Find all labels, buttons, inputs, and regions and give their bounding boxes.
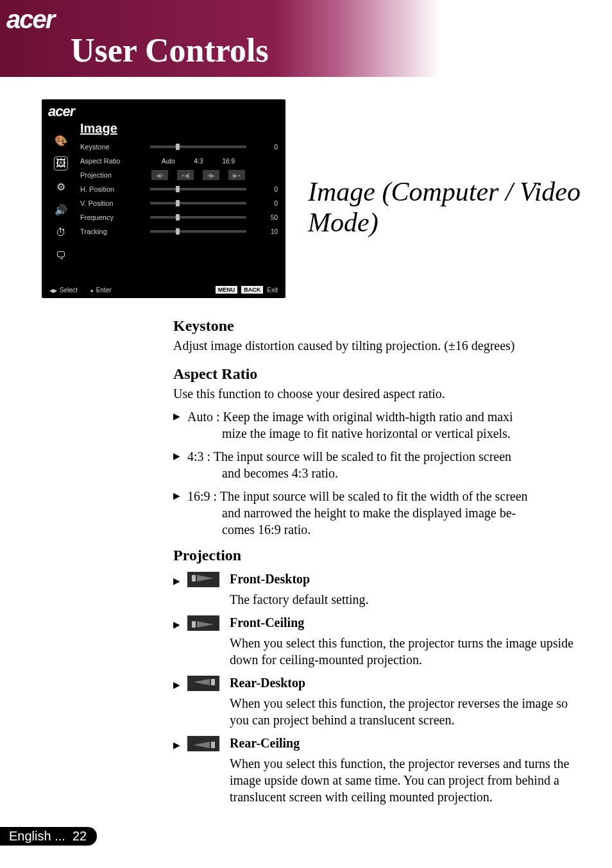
osd-freq-label: Frequency xyxy=(80,213,138,221)
svg-marker-7 xyxy=(193,742,210,748)
aspect-text: Use this function to choose your desired… xyxy=(173,385,584,402)
svg-rect-4 xyxy=(211,679,215,685)
osd-aspect-169: 16:9 xyxy=(223,158,235,165)
osd-hpos-value: 0 xyxy=(259,186,278,193)
footer-lang: English ... xyxy=(9,829,65,843)
proj-fd-icon: ◀▪ xyxy=(151,170,168,180)
rear-desktop-desc: When you select this function, the proje… xyxy=(230,695,584,728)
color-icon: 🎨 xyxy=(55,134,67,147)
front-ceiling-icon xyxy=(187,615,219,631)
osd-aspect-auto: Auto xyxy=(162,158,175,165)
osd-freq-value: 50 xyxy=(259,214,278,221)
proj-rc-icon: ▶▪ xyxy=(228,170,245,180)
header-bar: acer User Controls xyxy=(0,0,612,77)
page-title: User Controls xyxy=(6,31,612,69)
brand-logo: acer xyxy=(6,5,612,34)
bullet-icon: ▶ xyxy=(173,408,187,442)
rear-ceiling-icon xyxy=(187,736,219,751)
aspect-169-l1: 16:9 : The input source will be scaled t… xyxy=(187,489,528,503)
audio-icon: 🔊 xyxy=(55,203,67,216)
svg-marker-5 xyxy=(193,679,210,685)
proj-fc-icon: ▪◀ xyxy=(177,170,194,180)
osd-sidebar: 🎨 🖼 ⚙ 🔊 ⏱ 🗨 xyxy=(42,120,80,274)
bullet-icon: ▶ xyxy=(173,572,187,587)
aspect-auto-l1: Auto : Keep the image with original widt… xyxy=(187,410,513,424)
osd-hpos-label: H. Position xyxy=(80,185,138,193)
osd-enter: Enter xyxy=(90,287,112,294)
body-text: Keystone Adjust image distortion caused … xyxy=(173,317,584,805)
osd-vpos-value: 0 xyxy=(259,200,278,207)
management-icon: ⚙ xyxy=(55,180,67,193)
keystone-text: Adjust image distortion caused by tiltin… xyxy=(173,337,584,354)
keystone-heading: Keystone xyxy=(173,317,584,335)
bullet-icon: ▶ xyxy=(173,488,187,538)
osd-projection-label: Projection xyxy=(80,171,138,179)
section-heading: Image (Computer / Video Mode) xyxy=(308,176,584,238)
bullet-icon: ▶ xyxy=(173,448,187,481)
osd-title: Image xyxy=(80,120,278,140)
aspect-auto-l2: mize the image to fit native horizontal … xyxy=(187,425,584,442)
timer-icon: ⏱ xyxy=(55,226,67,239)
osd-menu-badge: MENU xyxy=(216,286,238,294)
front-desktop-icon xyxy=(187,572,219,587)
aspect-43-l1: 4:3 : The input source will be scaled to… xyxy=(187,449,511,463)
svg-marker-1 xyxy=(197,575,214,581)
footer-page: 22 xyxy=(72,829,87,843)
image-icon: 🖼 xyxy=(55,157,67,170)
osd-keystone-label: Keystone xyxy=(80,143,138,151)
front-desktop-title: Front-Desktop xyxy=(230,572,310,586)
bullet-icon: ▶ xyxy=(173,736,187,751)
front-desktop-desc: The factory default setting. xyxy=(230,591,584,608)
bullet-icon: ▶ xyxy=(173,615,187,630)
osd-screenshot: acer 🎨 🖼 ⚙ 🔊 ⏱ 🗨 Image Keystone0 Aspect … xyxy=(42,99,285,298)
rear-desktop-title: Rear-Desktop xyxy=(230,676,305,690)
aspect-heading: Aspect Ratio xyxy=(173,365,584,383)
osd-keystone-value: 0 xyxy=(259,144,278,151)
page-footer: English ... 22 xyxy=(0,827,97,846)
osd-exit: Exit xyxy=(267,287,278,294)
osd-brand: acer xyxy=(42,99,285,120)
front-ceiling-desc: When you select this function, the proje… xyxy=(230,635,584,668)
osd-back-badge: BACK xyxy=(241,286,263,294)
aspect-169-l3: comes 16:9 ratio. xyxy=(187,521,584,538)
aspect-169-l2: and narrowed the height to make the disp… xyxy=(187,505,584,521)
osd-vpos-label: V. Position xyxy=(80,199,138,207)
proj-rd-icon: ▪▶ xyxy=(203,170,219,180)
osd-footer: Select Enter MENU BACK Exit xyxy=(42,281,285,298)
rear-desktop-icon xyxy=(187,676,219,691)
front-ceiling-title: Front-Ceiling xyxy=(230,615,304,630)
bullet-icon: ▶ xyxy=(173,676,187,690)
projection-heading: Projection xyxy=(173,547,584,564)
osd-track-value: 10 xyxy=(259,228,278,235)
osd-aspect-43: 4:3 xyxy=(194,158,203,165)
svg-rect-0 xyxy=(192,575,196,581)
rear-ceiling-title: Rear-Ceiling xyxy=(230,736,300,750)
language-icon: 🗨 xyxy=(55,249,67,262)
osd-select: Select xyxy=(49,287,78,294)
osd-aspect-label: Aspect Ratio xyxy=(80,157,138,165)
rear-ceiling-desc: When you select this function, the proje… xyxy=(230,755,584,805)
osd-track-label: Tracking xyxy=(80,228,138,235)
svg-rect-6 xyxy=(211,742,215,748)
svg-rect-2 xyxy=(192,621,196,628)
aspect-43-l2: and becomes 4:3 ratio. xyxy=(187,465,584,481)
svg-marker-3 xyxy=(197,621,214,628)
